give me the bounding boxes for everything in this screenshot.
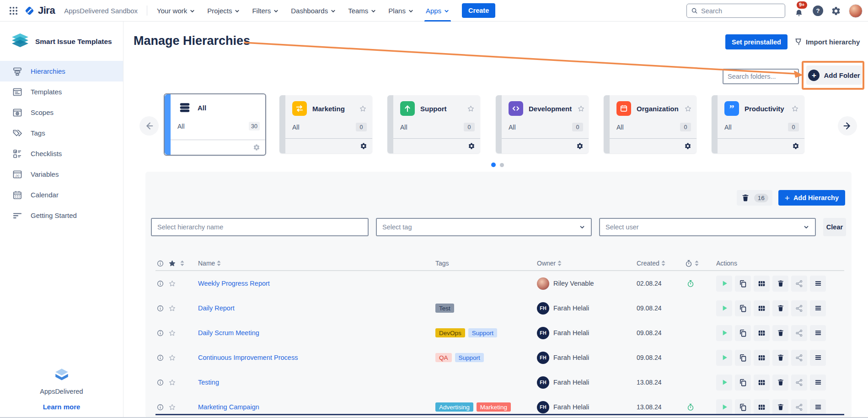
copy-button[interactable]	[735, 399, 751, 415]
copy-button[interactable]	[735, 350, 751, 366]
hierarchy-name-link[interactable]: Testing	[198, 379, 219, 386]
hierarchy-name-filter-input[interactable]	[151, 218, 369, 236]
folder-settings-gear-icon[interactable]	[360, 142, 367, 150]
copy-button[interactable]	[735, 300, 751, 316]
table-view-button[interactable]	[754, 276, 770, 292]
learn-more-link[interactable]: Learn more	[43, 403, 80, 411]
sidebar-item-checklists[interactable]: Checklists	[0, 143, 123, 164]
user-filter-select[interactable]: Select user	[599, 218, 816, 236]
folder-settings-gear-icon[interactable]	[684, 142, 691, 150]
star-icon[interactable]	[577, 105, 585, 113]
nav-item-filters[interactable]: Filters	[246, 0, 285, 22]
hierarchy-name-link[interactable]: Weekly Progress Report	[198, 280, 270, 287]
create-button[interactable]: Create	[462, 3, 495, 18]
sidebar-item-calendar[interactable]: Calendar	[0, 185, 123, 205]
tag-filter-select[interactable]: Select tag	[376, 218, 592, 236]
copy-button[interactable]	[735, 276, 751, 292]
jira-logo[interactable]: Jira	[21, 5, 59, 16]
star-icon[interactable]	[168, 304, 176, 312]
folder-card-marketing[interactable]: Marketing All 0	[279, 95, 372, 153]
table-view-button[interactable]	[754, 399, 770, 415]
app-switcher-icon[interactable]	[5, 3, 21, 18]
sidebar-item-templates[interactable]: Templates	[0, 81, 123, 102]
info-icon[interactable]	[156, 329, 164, 337]
column-header-name[interactable]: Name	[198, 260, 435, 267]
table-view-button[interactable]	[754, 325, 770, 341]
import-hierarchy-button[interactable]: Import hierarchy	[794, 38, 860, 46]
user-avatar[interactable]	[849, 4, 863, 18]
info-icon[interactable]	[156, 280, 164, 288]
star-icon[interactable]	[168, 354, 176, 362]
share-button[interactable]	[791, 375, 807, 391]
sidebar-item-getting-started[interactable]: Getting Started	[0, 205, 123, 226]
column-header-owner[interactable]: Owner	[537, 260, 637, 267]
delete-button[interactable]	[772, 375, 788, 391]
more-menu-button[interactable]	[810, 375, 826, 391]
sidebar-item-hierarchies[interactable]: Hierarchies	[0, 61, 123, 81]
folder-card-development[interactable]: Development All 0	[496, 95, 589, 153]
folder-settings-gear-icon[interactable]	[792, 142, 799, 150]
info-icon[interactable]	[156, 304, 164, 312]
share-button[interactable]	[791, 399, 807, 415]
global-search[interactable]	[686, 4, 785, 18]
share-button[interactable]	[791, 325, 807, 341]
star-icon[interactable]	[684, 105, 692, 113]
share-button[interactable]	[791, 350, 807, 366]
star-icon[interactable]	[168, 280, 176, 288]
folder-settings-gear-icon[interactable]	[253, 144, 260, 151]
hierarchy-name-link[interactable]: Marketing Campaign	[198, 403, 259, 411]
more-menu-button[interactable]	[810, 399, 826, 415]
star-icon[interactable]	[467, 105, 475, 113]
star-icon[interactable]	[359, 105, 367, 113]
nav-item-projects[interactable]: Projects	[201, 0, 246, 22]
more-menu-button[interactable]	[810, 276, 826, 292]
copy-button[interactable]	[735, 375, 751, 391]
run-button[interactable]	[716, 300, 732, 316]
run-button[interactable]	[716, 325, 732, 341]
hierarchy-name-link[interactable]: Daily Scrum Meeting	[198, 329, 259, 337]
set-preinstalled-button[interactable]: Set preinstalled	[725, 34, 788, 49]
search-input[interactable]	[701, 7, 781, 15]
copy-button[interactable]	[735, 325, 751, 341]
hierarchy-name-link[interactable]: Daily Report	[198, 304, 235, 312]
delete-button[interactable]	[772, 276, 788, 292]
more-menu-button[interactable]	[810, 325, 826, 341]
table-view-button[interactable]	[754, 350, 770, 366]
run-button[interactable]	[716, 276, 732, 292]
nav-item-apps[interactable]: Apps	[420, 0, 455, 22]
carousel-dot-1[interactable]	[491, 163, 496, 167]
table-view-button[interactable]	[754, 375, 770, 391]
column-header-created[interactable]: Created	[637, 260, 685, 267]
sidebar-item-variables[interactable]: (x)Variables	[0, 164, 123, 185]
star-icon[interactable]	[168, 379, 176, 386]
info-icon[interactable]	[156, 354, 164, 362]
share-button[interactable]	[791, 276, 807, 292]
folder-settings-gear-icon[interactable]	[468, 142, 475, 150]
delete-button[interactable]	[772, 300, 788, 316]
add-hierarchy-button[interactable]: + Add Hierarchy	[778, 190, 845, 206]
delete-button[interactable]	[772, 350, 788, 366]
nav-item-your-work[interactable]: Your work	[151, 0, 201, 22]
share-button[interactable]	[791, 300, 807, 316]
add-folder-button[interactable]: + Add Folder	[806, 65, 862, 85]
folder-card-all[interactable]: All All 30	[164, 93, 266, 156]
star-icon[interactable]	[791, 105, 799, 113]
hierarchy-name-link[interactable]: Continuous Improvement Process	[198, 354, 298, 361]
star-icon[interactable]	[168, 403, 176, 411]
folder-settings-gear-icon[interactable]	[576, 142, 584, 150]
more-menu-button[interactable]	[810, 300, 826, 316]
nav-item-dashboards[interactable]: Dashboards	[285, 0, 342, 22]
carousel-dot-2[interactable]	[500, 163, 504, 167]
bulk-delete-button[interactable]: 16	[737, 190, 772, 206]
help-button[interactable]: ?	[813, 5, 823, 16]
clear-filters-button[interactable]: Clear	[823, 218, 846, 236]
sidebar-item-scopes[interactable]: Scopes	[0, 102, 123, 123]
run-button[interactable]	[716, 350, 732, 366]
info-icon[interactable]	[156, 403, 164, 411]
run-button[interactable]	[716, 399, 732, 415]
more-menu-button[interactable]	[810, 350, 826, 366]
carousel-next-button[interactable]	[838, 116, 857, 136]
table-view-button[interactable]	[754, 300, 770, 316]
star-icon[interactable]	[168, 260, 176, 267]
folder-card-productivity[interactable]: ” Productivity All 0	[712, 95, 804, 153]
